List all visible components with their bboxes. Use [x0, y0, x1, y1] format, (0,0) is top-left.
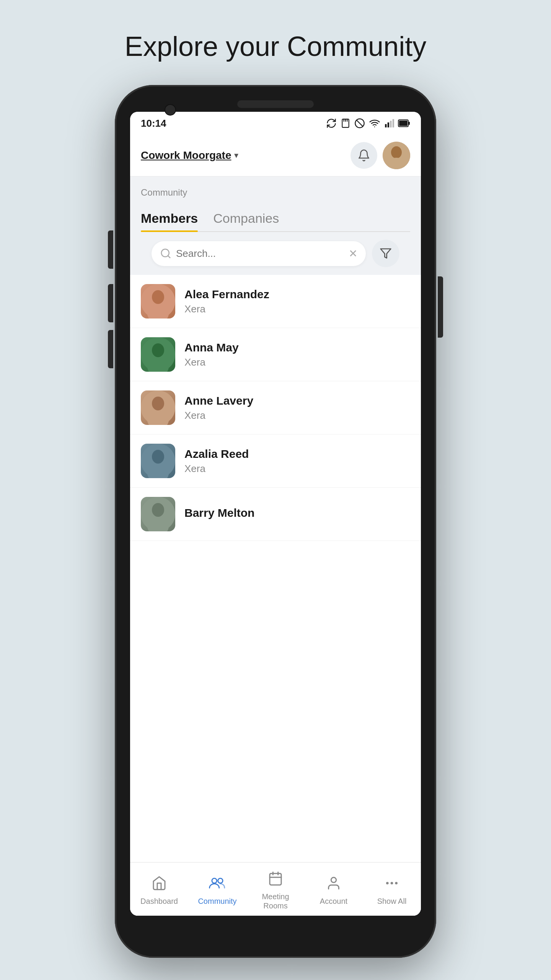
nav-item-community[interactable]: Community: [188, 869, 246, 913]
filter-button[interactable]: [372, 240, 399, 267]
member-info: Anna May Xera: [184, 341, 239, 368]
sync-icon: [326, 118, 337, 129]
avatar-placeholder: [141, 337, 175, 372]
svg-rect-36: [270, 874, 281, 885]
tab-members[interactable]: Members: [141, 206, 198, 231]
svg-rect-11: [399, 121, 408, 126]
app-header: Cowork Moorgate ▾: [130, 135, 421, 176]
page-title: Explore your Community: [125, 31, 426, 62]
user-avatar: [383, 142, 410, 169]
search-input[interactable]: [176, 248, 344, 260]
member-avatar: [141, 497, 175, 531]
signal-icon: [384, 118, 394, 129]
nav-label-account: Account: [320, 897, 347, 906]
system-icons: [326, 118, 410, 129]
search-row: ✕: [141, 240, 410, 275]
svg-point-43: [396, 882, 397, 884]
avatar-placeholder: [141, 390, 175, 425]
dashboard-icon: [152, 875, 167, 894]
member-item[interactable]: Barry Melton: [130, 488, 421, 541]
member-name: Alea Fernandez: [184, 288, 269, 301]
workspace-name: Cowork Moorgate: [141, 149, 231, 162]
member-company: Xera: [184, 463, 249, 475]
nav-item-meeting-rooms[interactable]: MeetingRooms: [246, 869, 305, 913]
members-list: Alea Fernandez Xera Anna May Xera: [130, 275, 421, 862]
nav-label-show-all: Show All: [377, 897, 407, 906]
svg-point-14: [391, 146, 402, 158]
tabs-container: Members Companies: [141, 206, 410, 231]
member-avatar: [141, 444, 175, 478]
member-name: Anna May: [184, 341, 239, 354]
member-info: Barry Melton: [184, 506, 254, 522]
chevron-down-icon: ▾: [234, 150, 238, 160]
storage-icon: [341, 118, 350, 129]
bottom-nav: Dashboard Community: [130, 862, 421, 916]
member-avatar: [141, 337, 175, 372]
member-avatar: [141, 284, 175, 318]
svg-rect-7: [388, 122, 389, 127]
front-camera: [165, 104, 176, 116]
account-icon: [326, 875, 341, 894]
member-item[interactable]: Alea Fernandez Xera: [130, 275, 421, 328]
svg-marker-18: [381, 249, 391, 258]
member-info: Azalia Reed Xera: [184, 448, 249, 475]
show-all-icon: [384, 875, 399, 894]
member-item[interactable]: Azalia Reed Xera: [130, 434, 421, 488]
avatar-placeholder: [141, 444, 175, 478]
svg-point-35: [218, 878, 223, 883]
member-name: Barry Melton: [184, 506, 254, 519]
svg-line-17: [168, 256, 170, 258]
svg-point-40: [331, 877, 336, 882]
clear-search-button[interactable]: ✕: [349, 247, 357, 260]
member-item[interactable]: Anne Lavery Xera: [130, 381, 421, 434]
phone-shell: 10:14: [115, 85, 436, 958]
filter-icon: [380, 247, 392, 260]
tab-companies[interactable]: Companies: [213, 206, 279, 231]
user-avatar-button[interactable]: [383, 142, 410, 169]
avatar-image: [383, 142, 410, 169]
svg-point-29: [152, 450, 164, 464]
bell-icon: [357, 149, 370, 162]
svg-point-20: [152, 290, 164, 304]
svg-rect-12: [409, 122, 410, 125]
member-name: Anne Lavery: [184, 394, 253, 407]
speaker: [237, 100, 314, 108]
member-company: Xera: [184, 356, 239, 368]
member-info: Alea Fernandez Xera: [184, 288, 269, 315]
workspace-selector[interactable]: Cowork Moorgate ▾: [141, 149, 238, 162]
member-info: Anne Lavery Xera: [184, 394, 253, 421]
member-item[interactable]: Anna May Xera: [130, 328, 421, 381]
screen: 10:14: [130, 112, 421, 916]
nav-label-meeting-rooms: MeetingRooms: [262, 892, 289, 910]
svg-line-5: [357, 120, 363, 126]
member-name: Azalia Reed: [184, 448, 249, 461]
member-avatar: [141, 390, 175, 425]
search-box[interactable]: ✕: [152, 241, 366, 266]
svg-rect-9: [393, 119, 394, 127]
avatar-placeholder: [141, 284, 175, 318]
nav-item-account[interactable]: Account: [305, 869, 363, 913]
svg-point-26: [152, 397, 164, 410]
main-content: Community Members Companies ✕: [130, 176, 421, 916]
notification-button[interactable]: [350, 142, 377, 169]
nav-item-dashboard[interactable]: Dashboard: [130, 869, 188, 913]
svg-point-32: [152, 503, 164, 517]
battery-icon: [398, 119, 410, 127]
svg-point-23: [152, 343, 164, 357]
blocked-icon: [354, 118, 365, 129]
status-bar: 10:14: [130, 112, 421, 135]
nav-label-dashboard: Dashboard: [140, 897, 178, 906]
section-label: Community: [141, 187, 410, 198]
wifi-icon: [369, 118, 380, 129]
search-icon: [160, 248, 171, 259]
member-company: Xera: [184, 303, 269, 315]
status-time: 10:14: [141, 118, 166, 129]
member-company: Xera: [184, 410, 253, 421]
meeting-rooms-icon: [268, 871, 283, 890]
avatar-placeholder: [141, 497, 175, 531]
section-header: Community Members Companies ✕: [130, 176, 421, 275]
svg-rect-6: [385, 124, 386, 127]
header-actions: [350, 142, 410, 169]
nav-label-community: Community: [198, 897, 236, 906]
nav-item-show-all[interactable]: Show All: [363, 869, 421, 913]
